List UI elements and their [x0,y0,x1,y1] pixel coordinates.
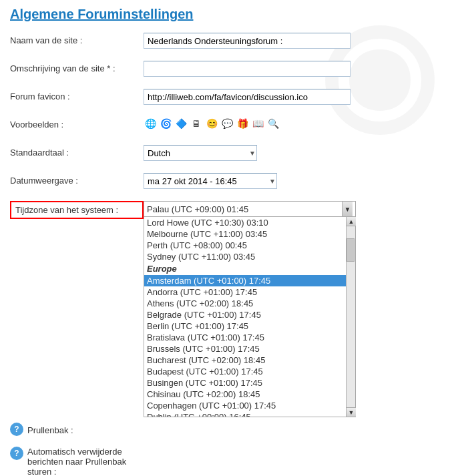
favicon-row: Forum favicon : [10,89,450,107]
auto-verwijder-label-area: ? Automatisch verwijderde berichten naar… [10,445,144,476]
prullenbak-label: Prullenbak : [27,424,73,435]
voorbeelden-icon-7[interactable]: 🎁 [236,117,249,130]
site-name-label: Naam van de site : [10,33,144,45]
voorbeelden-label: Voorbeelden : [10,117,144,130]
tz-list-item[interactable]: Bratislava (UTC +01:00) 17:45 [144,332,346,343]
favicon-label: Forum favicon : [10,89,144,101]
tijdzone-arrow-icon: ▼ [342,202,353,216]
site-desc-row: Omschrijving van de site * : [10,61,450,79]
tz-list-item[interactable]: Sydney (UTC +11:00) 03:45 [144,251,346,262]
tz-list-item[interactable]: Chisinau (UTC +02:00) 18:45 [144,389,346,400]
voorbeelden-icons-area: 🌐 🌀 🔷 🖥 😊 💬 🎁 📖 🔍 [144,117,450,130]
standaardtaal-control: Dutch English German French ▼ [144,145,450,161]
site-name-control [144,33,450,49]
tijdzone-selected-text: Palau (UTC +09:00) 01:45 [147,204,248,214]
tz-list-item[interactable]: Bucharest (UTC +02:00) 18:45 [144,354,346,366]
tz-list-item[interactable]: Belgrade (UTC +01:00) 17:45 [144,309,346,320]
voorbeelden-icon-4[interactable]: 🖥 [190,117,203,130]
voorbeelden-row: Voorbeelden : 🌐 🌀 🔷 🖥 😊 💬 🎁 📖 🔍 [10,117,450,136]
tijdzone-control: Palau (UTC +09:00) 01:45 ▼ Lord Howe (UT… [144,201,450,417]
tz-list-item[interactable]: Athens (UTC +02:00) 18:45 [144,298,346,309]
standaardtaal-select[interactable]: Dutch English German French [144,145,257,161]
tijdzone-selected-bar[interactable]: Palau (UTC +09:00) 01:45 ▼ [144,201,356,217]
standaardtaal-label: Standaardtaal : [10,145,144,158]
voorbeelden-icon-2[interactable]: 🌀 [159,117,172,130]
standaardtaal-row: Standaardtaal : Dutch English German Fre… [10,145,450,164]
voorbeelden-icon-8[interactable]: 📖 [251,117,264,130]
voorbeelden-icon-9[interactable]: 🔍 [266,117,280,130]
voorbeelden-icon-1[interactable]: 🌐 [144,117,157,130]
tz-list-item[interactable]: Perth (UTC +08:00) 00:45 [144,240,346,251]
tz-list-item[interactable]: Dublin (UTC +00:00) 16:45 [144,411,346,417]
tijdzone-list: Lord Howe (UTC +10:30) 03:10Melbourne (U… [144,217,346,417]
scrollbar-down-btn[interactable]: ▼ [347,407,356,417]
tz-list-item[interactable]: Busingen (UTC +01:00) 17:45 [144,377,346,389]
voorbeelden-icon-5[interactable]: 😊 [205,117,218,130]
tz-list-item[interactable]: Amsterdam (UTC +01:00) 17:45 [144,275,346,286]
tz-list-item[interactable]: Andorra (UTC +01:00) 17:45 [144,286,346,298]
datumweergave-control: ma 27 okt 2014 - 16:45 27-10-2014 16:45 … [144,173,450,189]
standaardtaal-select-wrapper: Dutch English German French ▼ [144,145,257,161]
tijdzone-row: Tijdzone van het systeem : Palau (UTC +0… [10,201,450,417]
scrollbar-track [347,226,355,407]
auto-verwijder-label: Automatisch verwijderde berichten naar P… [27,445,144,476]
site-desc-control [144,61,450,77]
tijdzone-list-inner: Lord Howe (UTC +10:30) 03:10Melbourne (U… [144,217,346,417]
tz-group-header: Europe [144,262,346,275]
auto-verwijder-help-icon[interactable]: ? [10,447,23,460]
site-desc-input[interactable] [144,61,351,77]
site-name-row: Naam van de site : [10,33,450,51]
favicon-input[interactable] [144,89,351,105]
prullenbak-row: ? Prullenbak : [10,423,450,436]
datumweergave-select-wrapper: ma 27 okt 2014 - 16:45 27-10-2014 16:45 … [144,173,277,189]
tz-list-item[interactable]: Melbourne (UTC +11:00) 03:45 [144,228,346,240]
tijdzone-dropdown: Lord Howe (UTC +10:30) 03:10Melbourne (U… [144,217,356,417]
auto-verwijder-row: ? Automatisch verwijderde berichten naar… [10,445,450,476]
voorbeelden-icon-3[interactable]: 🔷 [174,117,188,130]
tz-list-item[interactable]: Berlin (UTC +01:00) 17:45 [144,320,346,332]
prullenbak-help-icon[interactable]: ? [10,423,23,436]
datumweergave-label: Datumweergave : [10,173,144,186]
prullenbak-label-area: ? Prullenbak : [10,423,144,436]
tijdzone-label: Tijdzone van het systeem : [10,201,144,219]
tijdzone-scrollbar: ▲ ▼ [346,217,355,417]
site-name-input[interactable] [144,33,351,49]
site-desc-label: Omschrijving van de site * : [10,61,144,73]
scrollbar-up-btn[interactable]: ▲ [347,217,356,226]
tz-list-item[interactable]: Copenhagen (UTC +01:00) 17:45 [144,400,346,411]
tz-list-item[interactable]: Lord Howe (UTC +10:30) 03:10 [144,217,346,228]
datumweergave-row: Datumweergave : ma 27 okt 2014 - 16:45 2… [10,173,450,192]
voorbeelden-icon-6[interactable]: 💬 [220,117,234,130]
favicon-control [144,89,450,105]
scrollbar-thumb[interactable] [347,238,355,262]
tz-list-item[interactable]: Brussels (UTC +01:00) 17:45 [144,343,346,354]
tz-list-item[interactable]: Budapest (UTC +01:00) 17:45 [144,366,346,377]
datumweergave-select[interactable]: ma 27 okt 2014 - 16:45 27-10-2014 16:45 … [144,173,277,189]
page-title: Algemene Foruminstellingen [10,7,450,22]
